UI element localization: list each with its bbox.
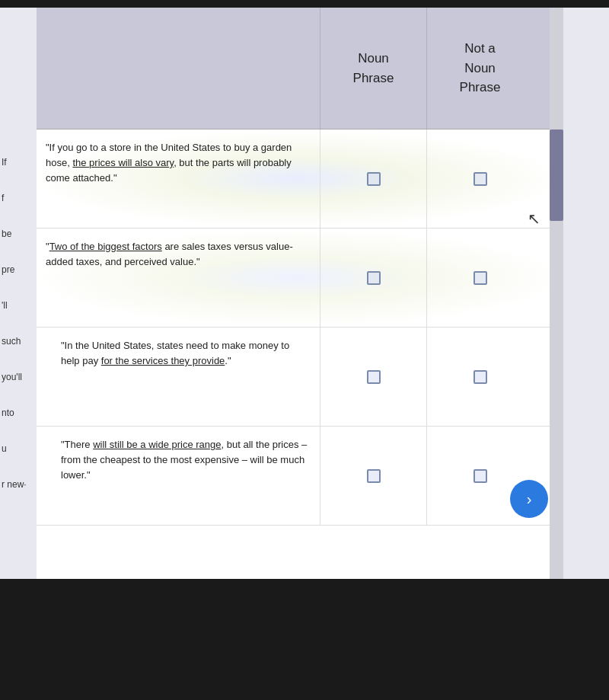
row4-checkbox-noun[interactable] xyxy=(320,427,426,525)
checkbox-noun-phrase-4[interactable] xyxy=(367,469,381,483)
left-strip-text-3: be xyxy=(0,228,37,241)
left-strip-text-8: nto xyxy=(0,407,37,420)
left-strip-text-2: f xyxy=(0,192,37,205)
main-content: Noun Phrase Not a Noun Phrase "If you go… xyxy=(30,8,563,579)
left-strip: If f be pre 'll such you'll nto u r new· xyxy=(0,8,37,579)
left-strip-text-4: pre xyxy=(0,264,37,276)
row1-underline: the prices will also vary xyxy=(72,157,174,168)
row2-checkbox-not-noun[interactable] xyxy=(426,229,533,327)
left-strip-text-10: r new· xyxy=(0,478,37,491)
content-area: "If you go to a store in the United Stat… xyxy=(30,129,563,526)
quiz-row: "Two of the biggest factors are sales ta… xyxy=(30,229,563,328)
screen-container: If f be pre 'll such you'll nto u r new·… xyxy=(0,8,609,579)
checkbox-not-noun-1[interactable] xyxy=(473,172,487,186)
cursor-arrow: ↖ xyxy=(528,209,540,228)
left-strip-text-9: u xyxy=(0,443,37,455)
checkbox-noun-phrase-1[interactable] xyxy=(367,172,381,186)
checkbox-noun-phrase-2[interactable] xyxy=(367,271,381,285)
quiz-row: "In the United States, states need to ma… xyxy=(30,328,563,427)
row2-text: "Two of the biggest factors are sales ta… xyxy=(30,229,320,327)
row2-underline: Two of the biggest factors xyxy=(49,241,162,252)
next-button-icon: › xyxy=(527,491,532,508)
checkbox-not-noun-3[interactable] xyxy=(473,370,487,384)
header-text-col xyxy=(30,8,320,129)
not-noun-phrase-label: Not a Noun Phrase xyxy=(460,39,501,97)
row3-underline: for the services they provide xyxy=(101,355,225,366)
checkbox-noun-phrase-3[interactable] xyxy=(367,370,381,384)
header-not-noun-phrase: Not a Noun Phrase xyxy=(426,8,533,129)
header-noun-phrase: Noun Phrase xyxy=(320,8,426,129)
noun-phrase-label: Noun Phrase xyxy=(353,49,394,88)
row2-checkbox-noun[interactable] xyxy=(320,229,426,327)
left-strip-text-5: 'll xyxy=(0,299,37,312)
row4-text: "There will still be a wide price range,… xyxy=(30,427,320,525)
row3-checkbox-not-noun[interactable] xyxy=(426,328,533,426)
quiz-row: "If you go to a store in the United Stat… xyxy=(30,129,563,229)
scrollbar[interactable] xyxy=(550,8,563,579)
next-button[interactable]: › xyxy=(510,480,548,518)
header-row: Noun Phrase Not a Noun Phrase xyxy=(30,8,563,129)
row4-underline: will still be a wide price range xyxy=(93,439,221,450)
row3-text: "In the United States, states need to ma… xyxy=(30,328,320,426)
row1-text: "If you go to a store in the United Stat… xyxy=(30,129,320,228)
scrollbar-thumb[interactable] xyxy=(550,129,563,221)
row1-checkbox-not-noun[interactable] xyxy=(426,129,533,228)
row3-checkbox-noun[interactable] xyxy=(320,328,426,426)
quiz-row: "There will still be a wide price range,… xyxy=(30,427,563,526)
left-strip-text-7: you'll xyxy=(0,371,37,384)
checkbox-not-noun-2[interactable] xyxy=(473,271,487,285)
checkbox-not-noun-4[interactable] xyxy=(473,469,487,483)
row1-checkbox-noun[interactable] xyxy=(320,129,426,228)
left-strip-text-1: If xyxy=(0,156,37,169)
left-strip-text-6: such xyxy=(0,335,37,348)
